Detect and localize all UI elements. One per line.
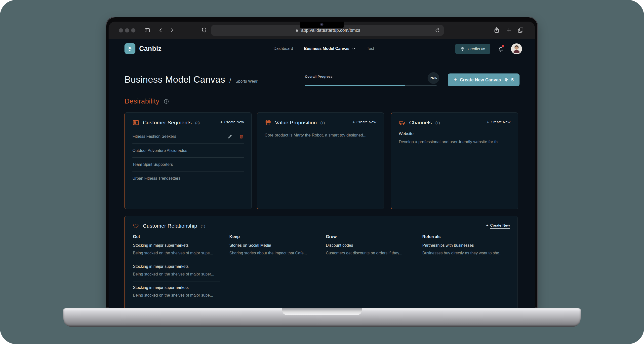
list-item[interactable]: Urban Fitness Trendsetters bbox=[132, 171, 244, 185]
cr-column-referrals: Referrals Partnerships with businesses B… bbox=[422, 234, 509, 302]
macbook-base bbox=[63, 308, 581, 327]
list-item[interactable]: Fitness Fashion Seekers bbox=[132, 130, 244, 143]
edit-icon[interactable] bbox=[227, 134, 232, 139]
card-count: (1) bbox=[435, 121, 440, 125]
row-actions bbox=[227, 134, 244, 139]
card-title: Value Proposition bbox=[275, 120, 317, 126]
privacy-shield-icon[interactable] bbox=[201, 27, 207, 33]
segment-name: Outdoor Adventure Aficionados bbox=[132, 148, 187, 153]
section-row: Desirability bbox=[124, 97, 169, 105]
camera-notch bbox=[300, 21, 344, 28]
plus-icon: + bbox=[220, 120, 222, 124]
progress-value-badge: 76% bbox=[428, 72, 439, 84]
card-header: Customer Segments (3) + Create New bbox=[125, 113, 252, 126]
traffic-lights bbox=[119, 28, 136, 32]
section-label-desirability: Desirability bbox=[124, 97, 160, 105]
list-item[interactable]: Stories on Social Media Sharing stories … bbox=[229, 239, 316, 260]
create-canvas-cost: 5 bbox=[511, 77, 514, 83]
customer-relationship-card: Customer Relationship (1) + Create New G… bbox=[124, 216, 518, 308]
cr-column-grow: Grow Discount codes Customers get discou… bbox=[326, 234, 413, 302]
column-header: Referrals bbox=[422, 234, 509, 239]
create-new-segment-link[interactable]: + Create New bbox=[220, 120, 244, 125]
truck-icon bbox=[399, 119, 406, 126]
brand-name: Canbiz bbox=[139, 45, 162, 53]
list-item[interactable]: Partnerships with businesses Businesses … bbox=[422, 239, 509, 260]
lock-icon bbox=[295, 28, 299, 32]
cr-column-keep: Keep Stories on Social Media Sharing sto… bbox=[229, 234, 316, 302]
canvas-name: Sports Wear bbox=[236, 79, 258, 84]
column-header: Get bbox=[133, 234, 220, 239]
gem-icon bbox=[504, 78, 508, 82]
minimize-window-button[interactable] bbox=[125, 28, 129, 32]
zoom-window-button[interactable] bbox=[131, 28, 136, 32]
close-window-button[interactable] bbox=[119, 28, 123, 32]
user-avatar[interactable] bbox=[511, 43, 522, 54]
reload-button[interactable] bbox=[435, 28, 440, 33]
page-background: app.validatestartup.com/bmcs bbox=[0, 0, 644, 344]
heart-icon bbox=[132, 222, 140, 229]
card-count: (1) bbox=[201, 224, 205, 228]
delete-icon[interactable] bbox=[239, 134, 244, 139]
segments-list: Fitness Fashion Seekers bbox=[125, 130, 252, 185]
gift-icon bbox=[264, 119, 272, 126]
plus-icon: + bbox=[454, 76, 457, 83]
column-header: Keep bbox=[229, 234, 316, 239]
segment-name: Fitness Fashion Seekers bbox=[132, 134, 176, 139]
nav-business-model-canvas[interactable]: Business Model Canvas bbox=[304, 46, 356, 51]
progress-bar[interactable] bbox=[305, 85, 436, 86]
canbiz-logo-icon[interactable] bbox=[124, 43, 136, 54]
share-button[interactable] bbox=[494, 27, 500, 33]
list-item[interactable]: Stocking in major supermarkets Being sto… bbox=[133, 281, 220, 302]
page-title: Business Model Canvas bbox=[124, 74, 225, 85]
card-count: (1) bbox=[320, 121, 325, 125]
card-header: Value Proposition (1) + Create New bbox=[257, 113, 384, 126]
back-button[interactable] bbox=[158, 27, 164, 33]
list-item[interactable]: Outdoor Adventure Aficionados bbox=[132, 143, 244, 157]
channels-card: Channels (1) + Create New Website Develo… bbox=[391, 112, 518, 209]
browser-toolbar: app.validatestartup.com/bmcs bbox=[108, 21, 535, 39]
segment-name: Urban Fitness Trendsetters bbox=[132, 176, 180, 181]
segment-name: Team Spirit Supporters bbox=[132, 162, 173, 167]
list-item[interactable]: Stocking in major supermarkets Being sto… bbox=[133, 239, 220, 260]
credits-label: Credits 05 bbox=[468, 47, 485, 51]
plus-icon: + bbox=[486, 223, 488, 227]
gem-icon bbox=[460, 47, 465, 51]
cr-column-get: Get Stocking in major supermarkets Being… bbox=[133, 234, 220, 302]
list-item[interactable]: Team Spirit Supporters bbox=[132, 157, 244, 171]
value-proposition-text[interactable]: Core product is Marty the Robot, a smart… bbox=[264, 132, 376, 138]
nav-business-model-canvas-label: Business Model Canvas bbox=[304, 46, 349, 51]
title-separator: / bbox=[229, 77, 231, 84]
forward-button[interactable] bbox=[169, 27, 175, 33]
channel-text: Develop a professional and user-friendly… bbox=[399, 139, 510, 144]
new-tab-button[interactable] bbox=[506, 27, 512, 33]
card-title: Customer Relationship bbox=[143, 223, 197, 229]
create-new-value-link[interactable]: + Create New bbox=[352, 120, 376, 125]
camera-dot bbox=[320, 23, 324, 26]
credits-badge[interactable]: Credits 05 bbox=[455, 44, 490, 54]
create-new-channel-link[interactable]: + Create New bbox=[487, 120, 510, 125]
card-title: Channels bbox=[409, 120, 432, 126]
brand: Canbiz bbox=[124, 43, 162, 54]
plus-icon: + bbox=[352, 120, 355, 124]
macbook-hinge-notch bbox=[282, 308, 362, 315]
main-nav: Dashboard Business Model Canvas Test bbox=[274, 46, 374, 51]
list-item[interactable]: Stocking in major supermarkets Being sto… bbox=[133, 260, 220, 281]
create-new-canvas-button[interactable]: + Create New Canvas 5 bbox=[448, 73, 520, 86]
browser-window: app.validatestartup.com/bmcs bbox=[108, 21, 535, 308]
notification-dot bbox=[502, 45, 504, 47]
info-icon[interactable] bbox=[164, 98, 169, 104]
chevron-down-icon bbox=[352, 47, 356, 51]
customer-segments-card: Customer Segments (3) + Create New Fitne… bbox=[124, 112, 252, 209]
url-text: app.validatestartup.com/bmcs bbox=[301, 28, 360, 33]
nav-dashboard[interactable]: Dashboard bbox=[274, 46, 293, 51]
progress-bar-fill bbox=[305, 85, 405, 86]
nav-test[interactable]: Test bbox=[367, 46, 374, 51]
list-item[interactable]: Discount codes Customers get discounts o… bbox=[326, 239, 413, 260]
channel-title[interactable]: Website bbox=[399, 131, 510, 136]
notifications-button[interactable] bbox=[497, 45, 504, 53]
card-count: (3) bbox=[195, 121, 200, 125]
card-header: Channels (1) + Create New bbox=[391, 113, 518, 126]
tab-overview-button[interactable] bbox=[518, 27, 524, 33]
create-new-relationship-link[interactable]: + Create New bbox=[486, 223, 510, 229]
sidebar-toggle-icon[interactable] bbox=[144, 27, 150, 33]
